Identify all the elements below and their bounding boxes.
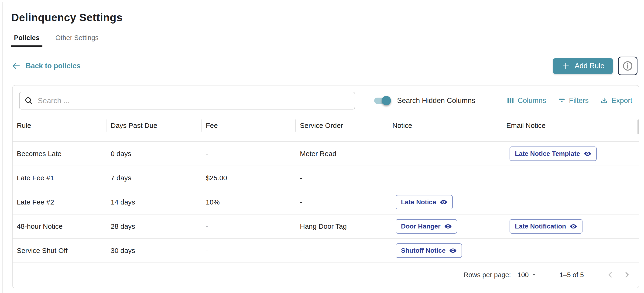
table-header-row: Rule Days Past Due Fee Service Order Not…: [12, 110, 639, 142]
eye-icon: [584, 150, 591, 158]
table-controls: Search Hidden Columns Columns: [12, 86, 639, 110]
column-header-notice: Notice: [388, 110, 502, 142]
table-row: Service Shut Off 30 days - - Shutoff Not…: [12, 239, 639, 263]
cell-fee: $25.00: [202, 174, 296, 182]
cell-service-order: Hang Door Tag: [296, 222, 388, 230]
cell-days-past-due: 7 days: [106, 174, 202, 182]
tab-other-settings[interactable]: Other Settings: [53, 34, 101, 47]
cell-service-order: -: [296, 198, 388, 206]
add-rule-button[interactable]: Add Rule: [553, 58, 613, 74]
cell-rule: Service Shut Off: [12, 247, 106, 254]
chip-label: Door Hanger: [401, 223, 440, 230]
table-row: 48-hour Notice 28 days - Hang Door Tag D…: [12, 214, 639, 239]
cell-service-order: Meter Read: [296, 150, 388, 158]
eye-icon: [449, 247, 457, 254]
email-notice-chip[interactable]: Late Notice Template: [510, 146, 597, 161]
chip-label: Late Notice Template: [515, 150, 580, 158]
notice-chip[interactable]: Late Notice: [396, 195, 453, 210]
column-header-email-notice: Email Notice: [502, 110, 596, 142]
notice-chip[interactable]: Shutoff Notice: [396, 244, 462, 258]
scrollbar-thumb[interactable]: [638, 120, 639, 134]
toolbar: Back to policies Add Rule: [3, 47, 644, 75]
cell-rule: Becomes Late: [12, 150, 106, 158]
cell-notice: Door Hanger: [388, 219, 502, 234]
eye-icon: [444, 223, 452, 230]
eye-icon: [570, 223, 577, 230]
toggle-thumb: [382, 96, 391, 105]
email-notice-chip[interactable]: Late Notification: [510, 219, 582, 234]
chevron-right-icon: [622, 270, 632, 280]
table-action-buttons: Columns Filters: [506, 96, 632, 105]
search-icon: [24, 96, 33, 105]
filters-button[interactable]: Filters: [558, 96, 588, 105]
column-header-service-order: Service Order: [296, 110, 388, 142]
back-to-policies-link[interactable]: Back to policies: [12, 62, 80, 70]
info-icon: [622, 60, 633, 72]
tab-bar: Policies Other Settings: [3, 24, 644, 47]
search-input[interactable]: [19, 92, 355, 110]
cell-days-past-due: 14 days: [106, 198, 202, 206]
info-button[interactable]: [618, 56, 638, 75]
cell-days-past-due: 0 days: [106, 150, 202, 158]
table-row: Becomes Late 0 days - Meter Read Late No…: [12, 142, 639, 166]
previous-page-button[interactable]: [605, 270, 615, 280]
cell-email-notice: Late Notification: [502, 219, 596, 234]
cell-rule: 48-hour Notice: [12, 222, 106, 230]
right-controls: Search Hidden Columns Columns: [355, 95, 632, 106]
rows-per-page-select[interactable]: 100: [518, 271, 537, 279]
cell-fee: 10%: [202, 198, 296, 206]
column-header-actions: [596, 110, 639, 142]
download-icon: [600, 97, 608, 104]
cell-fee: -: [202, 150, 296, 158]
chip-label: Late Notice: [401, 198, 436, 206]
cell-rule: Late Fee #1: [12, 174, 106, 182]
cell-notice: Late Notice: [388, 195, 502, 210]
column-header-rule: Rule: [12, 110, 106, 142]
export-button[interactable]: Export: [600, 96, 632, 105]
eye-icon: [440, 198, 447, 206]
pagination-range: 1–5 of 5: [560, 271, 584, 279]
pagination-bar: Rows per page: 100 1–5 of 5: [12, 263, 639, 287]
filters-label: Filters: [569, 96, 588, 105]
search-hidden-columns-toggle[interactable]: [374, 95, 391, 106]
cell-days-past-due: 30 days: [106, 247, 202, 254]
toolbar-right: Add Rule: [553, 56, 638, 75]
chip-label: Late Notification: [515, 223, 566, 230]
rows-per-page-label: Rows per page:: [464, 271, 511, 279]
filter-icon: [558, 97, 566, 104]
policies-table-card: Search Hidden Columns Columns: [12, 85, 639, 288]
columns-button[interactable]: Columns: [506, 96, 546, 105]
cell-service-order: -: [296, 247, 388, 254]
cell-notice: Shutoff Notice: [388, 244, 502, 258]
notice-chip[interactable]: Door Hanger: [396, 219, 457, 234]
table-row: Late Fee #1 7 days $25.00 -: [12, 166, 639, 190]
plus-icon: [562, 62, 570, 70]
columns-label: Columns: [518, 96, 546, 105]
cell-fee: -: [202, 222, 296, 230]
caret-down-icon: [531, 272, 537, 278]
search-box: [19, 92, 355, 110]
page-title: Delinquency Settings: [3, 2, 644, 24]
cell-rule: Late Fee #2: [12, 198, 106, 206]
back-arrow-icon: [12, 62, 20, 70]
chevron-left-icon: [605, 270, 615, 280]
content-pane: Delinquency Settings Policies Other Sett…: [2, 2, 644, 293]
rows-per-page-value: 100: [518, 271, 529, 279]
export-label: Export: [612, 96, 632, 105]
add-rule-label: Add Rule: [574, 62, 604, 70]
table-row: Late Fee #2 14 days 10% - Late Notice: [12, 190, 639, 214]
column-header-days-past-due: Days Past Due: [106, 110, 202, 142]
next-page-button[interactable]: [622, 270, 632, 280]
columns-icon: [506, 97, 514, 104]
chip-label: Shutoff Notice: [401, 247, 446, 254]
tab-policies[interactable]: Policies: [11, 34, 42, 47]
cell-email-notice: Late Notice Template: [502, 146, 596, 161]
column-header-fee: Fee: [202, 110, 296, 142]
cell-fee: -: [202, 247, 296, 254]
cell-service-order: -: [296, 174, 388, 182]
toggle-label: Search Hidden Columns: [397, 96, 475, 105]
cell-days-past-due: 28 days: [106, 222, 202, 230]
back-link-label: Back to policies: [26, 62, 80, 70]
